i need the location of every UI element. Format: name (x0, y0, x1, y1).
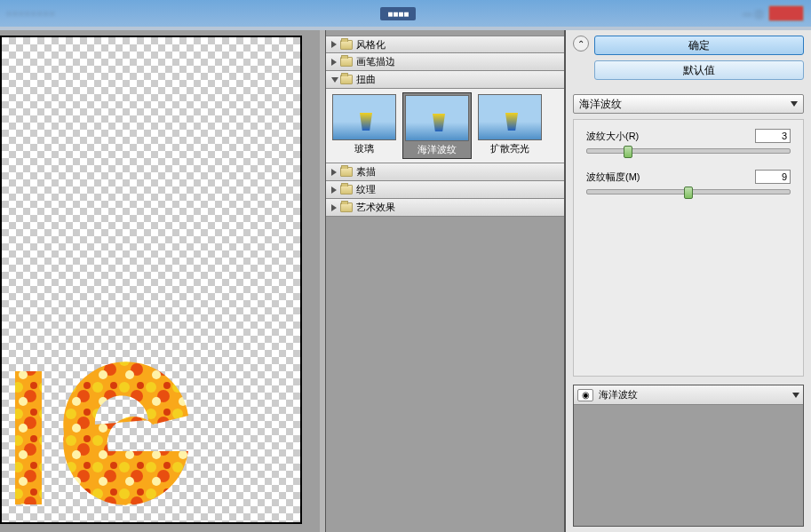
disclosure-right-icon (331, 59, 337, 66)
folder-icon (340, 185, 353, 195)
folder-icon (340, 75, 353, 84)
slider-handle[interactable] (624, 146, 632, 158)
default-button[interactable]: 默认值 (594, 60, 804, 80)
thumb-label: 玻璃 (354, 143, 374, 154)
disclosure-right-icon (331, 187, 337, 194)
visibility-toggle[interactable]: ◉ (577, 389, 593, 401)
applied-filters-panel: ◉ 海洋波纹 (573, 385, 804, 527)
applied-filter-row[interactable]: ◉ 海洋波纹 (574, 385, 803, 405)
param-ripple-size: 波纹大小(R) (586, 129, 791, 154)
category-label: 纹理 (356, 183, 376, 196)
filter-gallery-dialog: 风格化 画笔描边 扭曲 玻璃 海洋波纹 扩散亮光 (0, 30, 811, 532)
category-stylize[interactable]: 风格化 (326, 36, 564, 53)
dropdown-selected: 海洋波纹 (579, 97, 622, 112)
category-brush-strokes[interactable]: 画笔描边 (326, 53, 564, 71)
chevron-down-icon (791, 101, 798, 107)
thumb-preview (478, 94, 542, 140)
ok-button[interactable]: 确定 (594, 36, 804, 55)
filter-params: 波纹大小(R) 波纹幅度(M) (573, 119, 804, 377)
menu-blur: ▫ ▫ ▫ ▫ ▫ ▫ ▫ ▫ (7, 8, 54, 19)
eye-icon: ◉ (582, 390, 590, 400)
applied-filter-label: 海洋波纹 (599, 388, 638, 401)
preview-artwork (11, 353, 206, 513)
preview-frame (0, 36, 302, 524)
category-texture[interactable]: 纹理 (326, 181, 564, 199)
thumb-label: 海洋波纹 (417, 144, 457, 155)
param-label: 波纹幅度(M) (586, 171, 640, 184)
category-label: 风格化 (356, 38, 386, 52)
disclosure-down-icon (331, 77, 338, 83)
close-window-button[interactable] (768, 5, 804, 21)
category-label: 扭曲 (356, 73, 376, 86)
folder-icon (340, 57, 353, 67)
param-ripple-magnitude: 波纹幅度(M) (586, 170, 791, 195)
disclosure-right-icon (331, 169, 337, 176)
filter-thumb-glass[interactable]: 玻璃 (330, 92, 399, 159)
win-controls-blur: — ◻ (743, 8, 763, 20)
filter-menu-icon[interactable] (792, 393, 799, 398)
disclosure-right-icon (331, 41, 337, 48)
category-label: 艺术效果 (356, 201, 395, 214)
category-artistic[interactable]: 艺术效果 (326, 199, 564, 217)
ripple-size-input[interactable] (755, 129, 791, 143)
ripple-magnitude-input[interactable] (755, 170, 791, 184)
ripple-magnitude-slider[interactable] (586, 189, 791, 195)
disclosure-right-icon (331, 204, 337, 211)
preview-panel (0, 30, 320, 532)
folder-icon (340, 40, 353, 50)
filter-thumb-diffuse-glow[interactable]: 扩散亮光 (475, 92, 545, 159)
param-label: 波纹大小(R) (586, 130, 639, 143)
thumb-preview (332, 94, 396, 140)
filter-thumbnails: 玻璃 海洋波纹 扩散亮光 (326, 89, 564, 163)
chevron-up-icon: ⌃ (577, 39, 584, 49)
filter-settings-panel: ⌃ 确定 默认值 海洋波纹 波纹大小(R) (565, 30, 811, 532)
ripple-size-slider[interactable] (586, 148, 791, 154)
preview-canvas[interactable] (2, 37, 300, 522)
thumb-label: 扩散亮光 (490, 143, 529, 154)
category-label: 素描 (356, 165, 376, 179)
collapse-categories-button[interactable]: ⌃ (573, 36, 589, 52)
title-badge: ■■■■ (380, 7, 416, 20)
filter-thumb-ocean-ripple[interactable]: 海洋波纹 (402, 92, 472, 159)
filter-select-dropdown[interactable]: 海洋波纹 (573, 94, 804, 114)
window-titlebar: ▫ ▫ ▫ ▫ ▫ ▫ ▫ ▫ ■■■■ — ◻ (0, 0, 811, 27)
slider-handle[interactable] (684, 187, 693, 199)
category-distort[interactable]: 扭曲 (326, 71, 564, 89)
category-sketch[interactable]: 素描 (326, 163, 564, 181)
thumb-preview (405, 95, 469, 141)
filter-categories-panel: 风格化 画笔描边 扭曲 玻璃 海洋波纹 扩散亮光 (325, 30, 565, 532)
folder-icon (340, 202, 353, 212)
category-label: 画笔描边 (356, 55, 395, 68)
folder-icon (340, 167, 353, 177)
